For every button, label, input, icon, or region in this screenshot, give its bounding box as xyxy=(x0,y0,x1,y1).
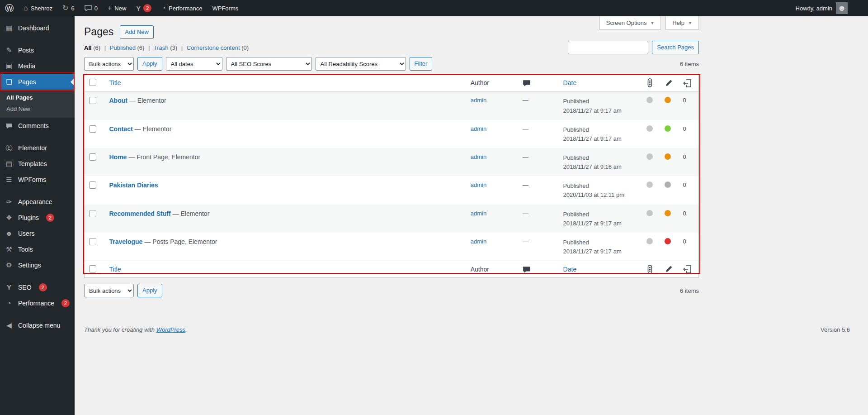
bulk-actions-select[interactable]: Bulk actions xyxy=(84,57,134,71)
row-checkbox[interactable] xyxy=(89,153,96,161)
wpforms-menu[interactable]: WPForms xyxy=(207,0,243,16)
publish-date: 2018/11/27 at 9:16 am xyxy=(563,162,638,172)
performance-menu[interactable]: ◔ Performance xyxy=(156,0,207,16)
sidebar-item-collapse-menu[interactable]: ◀ Collapse menu xyxy=(0,317,75,333)
add-new-button[interactable]: Add New xyxy=(120,25,154,39)
title-suffix: — Elementor xyxy=(129,97,166,104)
author-link[interactable]: admin xyxy=(471,153,486,160)
sidebar-item-seo[interactable]: Y SEO 2 xyxy=(0,279,75,295)
sidebar-item-tools[interactable]: ⚒ Tools xyxy=(0,241,75,257)
publish-date: 2018/11/27 at 9:17 am xyxy=(563,134,638,143)
row-checkbox[interactable] xyxy=(89,97,96,104)
page-title-link[interactable]: About xyxy=(109,97,127,104)
page-title-link[interactable]: Travelogue xyxy=(109,238,142,245)
outgoing-links-count: 0 xyxy=(683,97,686,104)
plus-icon: + xyxy=(108,5,112,12)
page-title-link[interactable]: Recommended Stuff xyxy=(109,210,170,217)
author-link[interactable]: admin xyxy=(471,238,486,245)
pages-list-wrap: Screen Options ▼ Help ▼ Pages Add New Se… xyxy=(84,16,699,297)
sidebar-item-performance[interactable]: ◔ Performance 2 xyxy=(0,295,75,311)
table-body: About— Elementor admin — Published2018/1… xyxy=(85,91,699,261)
separator: | xyxy=(148,44,150,51)
page-title-link[interactable]: Pakistan Diaries xyxy=(109,181,158,189)
sidebar-item-appearance[interactable]: ✑ Appearance xyxy=(0,194,75,210)
subset-trash[interactable]: Trash xyxy=(154,44,169,51)
wp-logo-menu[interactable]: Ⓦ xyxy=(0,0,19,16)
bulk-actions-select-bottom[interactable]: Bulk actions xyxy=(84,284,134,297)
dashboard-icon: ▦ xyxy=(5,24,14,31)
page-title-link[interactable]: Home xyxy=(109,153,127,161)
account-menu[interactable]: Howdy, admin ☻ xyxy=(796,0,868,16)
sidebar-item-label: Comments xyxy=(18,122,49,129)
column-header-title[interactable]: Title xyxy=(109,79,121,86)
row-checkbox[interactable] xyxy=(89,238,96,245)
sidebar-item-wpforms[interactable]: ☰ WPForms xyxy=(0,172,75,187)
tools-icon: ⚒ xyxy=(5,246,14,253)
sidebar-item-label: Tools xyxy=(18,246,33,253)
new-content-menu[interactable]: + New xyxy=(103,0,131,16)
author-link[interactable]: admin xyxy=(471,210,486,217)
menu-separator xyxy=(0,311,75,317)
search-pages-button[interactable]: Search Pages xyxy=(652,41,699,54)
apply-button[interactable]: Apply xyxy=(137,57,162,71)
column-header-author: Author xyxy=(466,75,518,91)
table-row: Pakistan Diaries admin — Published2020/1… xyxy=(85,176,699,204)
apply-button-bottom[interactable]: Apply xyxy=(137,284,162,297)
sidebar-item-templates[interactable]: ▤ Templates xyxy=(0,156,75,172)
column-header-date[interactable]: Date xyxy=(563,266,577,273)
sidebar-item-posts[interactable]: ✎ Posts xyxy=(0,42,75,58)
sidebar-item-pages[interactable]: ❏ Pages xyxy=(0,74,75,90)
filter-button[interactable]: Filter xyxy=(410,57,433,71)
column-header-date[interactable]: Date xyxy=(563,79,577,86)
updates-menu[interactable]: ↻ 6 xyxy=(57,0,80,16)
readability-scores-filter-select[interactable]: All Readability Scores xyxy=(316,57,406,71)
seo-scores-filter-select[interactable]: All SEO Scores xyxy=(226,57,312,71)
outgoing-links-column-icon xyxy=(683,79,692,86)
comments-value: — xyxy=(523,181,528,188)
howdy-text: Howdy, admin xyxy=(796,5,832,12)
dates-filter-select[interactable]: All dates xyxy=(166,57,222,71)
sidebar-item-settings[interactable]: ⚙ Settings xyxy=(0,257,75,273)
tablenav-bottom: Bulk actions Apply 6 items xyxy=(84,284,699,297)
search-input[interactable] xyxy=(568,41,648,54)
readability-column-icon xyxy=(665,79,673,86)
sidebar-item-media[interactable]: ▣ Media xyxy=(0,58,75,74)
publish-date: 2018/11/27 at 9:17 am xyxy=(563,247,638,256)
author-link[interactable]: admin xyxy=(471,125,486,132)
row-checkbox[interactable] xyxy=(89,125,96,133)
sidebar-item-dashboard[interactable]: ▦ Dashboard xyxy=(0,20,75,36)
subset-all[interactable]: All xyxy=(84,44,92,51)
site-menu[interactable]: ⌂ Shehroz xyxy=(19,0,57,16)
sidebar-item-plugins[interactable]: ❖ Plugins 2 xyxy=(0,210,75,225)
screen-meta: Screen Options ▼ Help ▼ xyxy=(599,16,699,30)
author-link[interactable]: admin xyxy=(471,181,486,188)
page-title-link[interactable]: Contact xyxy=(109,125,132,133)
subset-published[interactable]: Published xyxy=(110,44,136,51)
select-all-checkbox[interactable] xyxy=(89,79,96,86)
posts-icon: ✎ xyxy=(5,47,14,53)
page-title: Pages xyxy=(84,25,113,39)
help-button[interactable]: Help ▼ xyxy=(665,16,699,30)
yoast-seo-icon: Y xyxy=(136,5,141,12)
submenu-all-pages[interactable]: All Pages xyxy=(0,92,75,103)
sidebar-item-comments[interactable]: Comments xyxy=(0,118,75,134)
row-checkbox[interactable] xyxy=(89,210,96,217)
column-header-title[interactable]: Title xyxy=(109,266,121,273)
comment-bubble-icon xyxy=(85,5,92,11)
subset-trash-count: (3) xyxy=(170,44,177,51)
main-content: Screen Options ▼ Help ▼ Pages Add New Se… xyxy=(75,16,868,415)
comments-menu[interactable]: 0 xyxy=(80,0,103,16)
seo-score-dot xyxy=(646,181,653,188)
sidebar-item-elementor[interactable]: Ⓔ Elementor xyxy=(0,140,75,156)
wordpress-link[interactable]: WordPress xyxy=(156,326,185,333)
submenu-add-new[interactable]: Add New xyxy=(0,103,75,114)
screen-options-button[interactable]: Screen Options ▼ xyxy=(599,16,661,30)
pages-table: Title Author Date About— Elementor admin… xyxy=(84,74,699,278)
select-all-checkbox[interactable] xyxy=(89,265,96,272)
publish-status: Published xyxy=(563,210,638,219)
subset-cornerstone[interactable]: Cornerstone content xyxy=(187,44,240,51)
row-checkbox[interactable] xyxy=(89,181,96,189)
sidebar-item-users[interactable]: ☻ Users xyxy=(0,225,75,241)
author-link[interactable]: admin xyxy=(471,97,486,104)
yoast-seo-menu[interactable]: Y 2 xyxy=(131,0,156,16)
